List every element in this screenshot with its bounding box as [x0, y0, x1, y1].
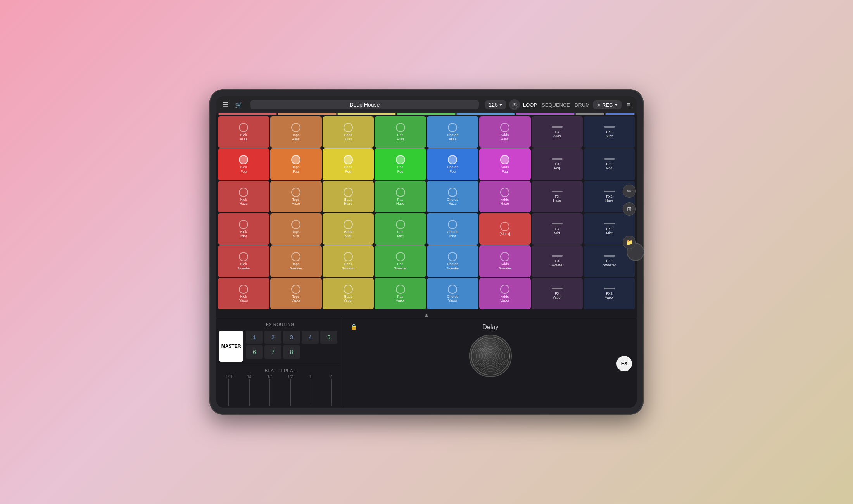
pad-label-text: Tops Mist — [292, 230, 300, 238]
pad-tops-foq[interactable]: Tops Foq — [270, 148, 322, 180]
pad-kick-foq[interactable]: Kick Foq — [218, 148, 269, 180]
fx-dash-icon — [604, 288, 615, 289]
pad-chords-haze[interactable]: Chords Haze — [427, 181, 478, 212]
fx-dash-icon — [604, 223, 615, 224]
pad-chords-sweater[interactable]: Chords Sweater — [427, 245, 478, 277]
pad-bass-haze[interactable]: Bass Haze — [323, 181, 374, 212]
pad-circle-icon — [500, 285, 509, 294]
pad-circle-icon — [448, 252, 457, 261]
fx-num-5[interactable]: 5 — [320, 331, 337, 344]
tablet-screen: ☰ 🛒 Deep House 125 ▾ ◎ LOOP SEQUENCE DRU… — [216, 96, 637, 408]
pad-fx-alias[interactable]: FX Alias — [532, 116, 583, 148]
delay-knob[interactable] — [469, 335, 512, 377]
beat-slider-2[interactable] — [240, 379, 259, 406]
menu-icon[interactable]: ☰ — [221, 99, 230, 110]
pad-chords-foq[interactable]: Chords Foq — [427, 148, 478, 180]
bpm-control[interactable]: 125 ▾ — [485, 100, 506, 109]
tablet: ☰ 🛒 Deep House 125 ▾ ◎ LOOP SEQUENCE DRU… — [209, 89, 644, 415]
fx-num-2[interactable]: 2 — [264, 331, 281, 344]
pad-kick-vapor[interactable]: Kick Vapor — [218, 278, 269, 309]
pad-kick-mist[interactable]: Kick Mist — [218, 213, 269, 245]
beat-label-1: 1/16 — [219, 375, 240, 379]
pad-pad-sweater[interactable]: Pad Sweater — [375, 245, 426, 277]
beat-slider-6[interactable] — [322, 379, 341, 406]
metronome-button[interactable]: ◎ — [509, 99, 520, 110]
pad-fx-foq[interactable]: FX Foq — [532, 148, 583, 180]
pad-tops-alias[interactable]: Tops Alias — [270, 116, 322, 148]
fx-dash-icon — [604, 255, 615, 257]
pad-circle-icon — [500, 188, 509, 197]
pad-circle-icon — [291, 285, 300, 294]
fx-num-4[interactable]: 4 — [302, 331, 319, 344]
pad-[black][interactable]: [Black] — [479, 213, 531, 245]
pad-tops-vapor[interactable]: Tops Vapor — [270, 278, 322, 309]
pad-circle-icon — [291, 123, 300, 132]
pad-pad-alias[interactable]: Pad Alias — [375, 116, 426, 148]
app-title[interactable]: Deep House — [250, 100, 479, 109]
fx-num-1[interactable]: 1 — [246, 331, 263, 344]
cart-icon[interactable]: 🛒 — [233, 100, 244, 110]
pad-fx-vapor[interactable]: FX Vapor — [532, 278, 583, 309]
pad-chords-alias[interactable]: Chords Alias — [427, 116, 478, 148]
pad-fx-mist[interactable]: FX Mist — [532, 213, 583, 245]
pad-pad-mist[interactable]: Pad Mist — [375, 213, 426, 245]
fx-num-8[interactable]: 8 — [283, 345, 300, 359]
master-block[interactable]: MASTER — [219, 331, 243, 362]
pad-adds-foq[interactable]: Adds Foq — [479, 148, 531, 180]
edit-button[interactable]: ✏ — [623, 185, 636, 198]
pad-fx-sweater[interactable]: FX Sweater — [532, 245, 583, 277]
lock-icon: 🔒 — [351, 324, 357, 330]
scroll-up-arrow[interactable]: ▲ — [216, 311, 637, 319]
delay-title: Delay — [483, 324, 499, 331]
pad-circle-icon — [396, 285, 405, 294]
sliders-button[interactable]: ⊞ — [623, 202, 636, 216]
header: ☰ 🛒 Deep House 125 ▾ ◎ LOOP SEQUENCE DRU… — [216, 96, 637, 113]
beat-label-2: 1/8 — [240, 375, 260, 379]
pad-kick-alias[interactable]: Kick Alias — [218, 116, 269, 148]
pad-adds-haze[interactable]: Adds Haze — [479, 181, 531, 212]
beat-slider-3[interactable] — [261, 379, 280, 406]
beat-slider-1[interactable] — [219, 379, 238, 406]
fx-num-3[interactable]: 3 — [283, 331, 300, 344]
pad-kick-haze[interactable]: Kick Haze — [218, 181, 269, 212]
pad-chords-mist[interactable]: Chords Mist — [427, 213, 478, 245]
fx-num-6[interactable]: 6 — [246, 345, 263, 359]
pad-bass-sweater[interactable]: Bass Sweater — [323, 245, 374, 277]
beat-slider-5[interactable] — [301, 379, 320, 406]
fx-toggle-button[interactable]: FX — [616, 356, 632, 371]
pad-adds-sweater[interactable]: Adds Sweater — [479, 245, 531, 277]
pad-pad-foq[interactable]: Pad Foq — [375, 148, 426, 180]
beat-repeat-labels: 1/16 1/8 1/4 1/2 1 2 — [219, 375, 341, 379]
pad-pad-haze[interactable]: Pad Haze — [375, 181, 426, 212]
rec-button[interactable]: ⊞ REC ▾ — [593, 100, 622, 109]
pad-tops-haze[interactable]: Tops Haze — [270, 181, 322, 212]
nav-sequence[interactable]: SEQUENCE — [542, 102, 570, 108]
pads-area: Kick AliasTops AliasBass AliasPad AliasC… — [216, 115, 637, 319]
pads-row-mist: Kick MistTops MistBass MistPad MistChord… — [218, 213, 635, 245]
menu-lines[interactable]: ≡ — [625, 99, 632, 110]
nav-loop[interactable]: LOOP — [523, 102, 537, 108]
pad-adds-alias[interactable]: Adds Alias — [479, 116, 531, 148]
rec-dropdown[interactable]: ▾ — [615, 102, 618, 108]
pad-bass-vapor[interactable]: Bass Vapor — [323, 278, 374, 309]
pad-bass-mist[interactable]: Bass Mist — [323, 213, 374, 245]
pad-bass-foq[interactable]: Bass Foq — [323, 148, 374, 180]
pad-label-text: Bass Alias — [344, 133, 352, 142]
pad-label-text: Bass Mist — [344, 230, 352, 238]
nav-drum[interactable]: DRUM — [575, 102, 590, 108]
fx-num-7[interactable]: 7 — [264, 345, 281, 359]
beat-slider-4[interactable] — [281, 379, 300, 406]
pad-fx-haze[interactable]: FX Haze — [532, 181, 583, 212]
pad-chords-vapor[interactable]: Chords Vapor — [427, 278, 478, 309]
pad-pad-vapor[interactable]: Pad Vapor — [375, 278, 426, 309]
pad-tops-mist[interactable]: Tops Mist — [270, 213, 322, 245]
pad-bass-alias[interactable]: Bass Alias — [323, 116, 374, 148]
folder-button[interactable]: 📁 — [623, 236, 636, 249]
pad-label-text: FX2 Haze — [605, 195, 613, 203]
pad-kick-sweater[interactable]: Kick Sweater — [218, 245, 269, 277]
pad-tops-sweater[interactable]: Tops Sweater — [270, 245, 322, 277]
pad-adds-vapor[interactable]: Adds Vapor — [479, 278, 531, 309]
fx-routing-panel: FX ROUTING MASTER 1 2 3 4 5 6 7 8 B — [216, 319, 344, 408]
fx-dash-icon — [604, 126, 615, 128]
pad-label-text: Chords Sweater — [446, 262, 459, 271]
